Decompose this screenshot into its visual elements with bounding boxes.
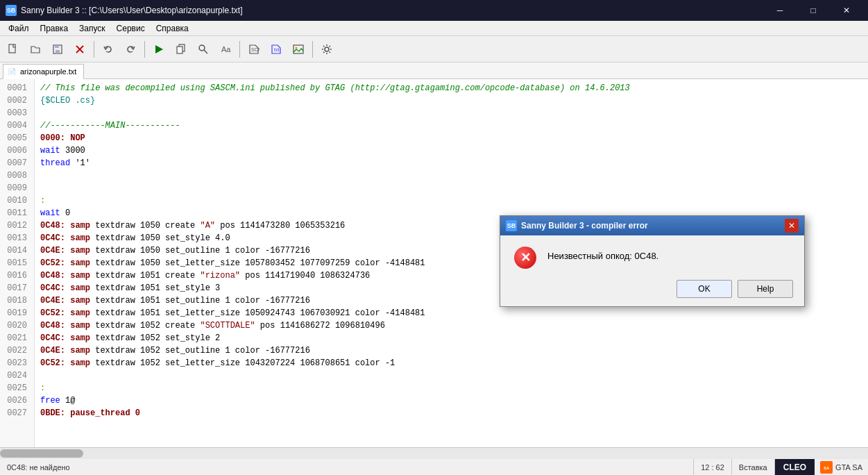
modal-help-button[interactable]: Help [738,280,793,298]
modal-overlay: SB Sanny Builder 3 - compiler error ✕ ✕ … [0,0,868,475]
modal-title-bar: SB Sanny Builder 3 - compiler error ✕ [500,216,804,235]
modal-body: ✕ Неизвестный опкод: 0C48. [500,235,804,277]
modal-ok-button[interactable]: OK [676,280,732,298]
modal-close-button[interactable]: ✕ [785,219,799,233]
modal-footer: OK Help [500,277,804,306]
modal-title-text: Sanny Builder 3 - compiler error [521,221,785,231]
modal-message: Неизвестный опкод: 0C48. [547,247,658,261]
compiler-error-dialog: SB Sanny Builder 3 - compiler error ✕ ✕ … [500,215,805,307]
modal-app-icon: SB [506,220,517,231]
error-icon: ✕ [514,247,536,269]
